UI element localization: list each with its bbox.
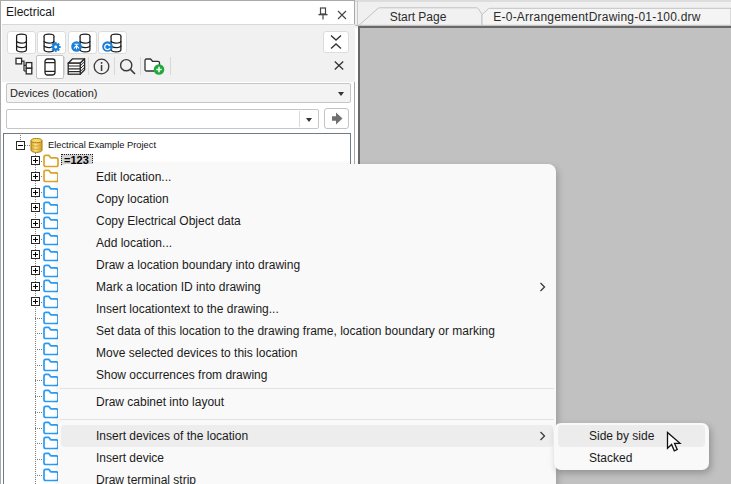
svg-text:E-0-ArrangementDrawing-01-100.: E-0-ArrangementDrawing-01-100.drw — [493, 10, 700, 24]
svg-text:Start Page: Start Page — [390, 10, 447, 24]
